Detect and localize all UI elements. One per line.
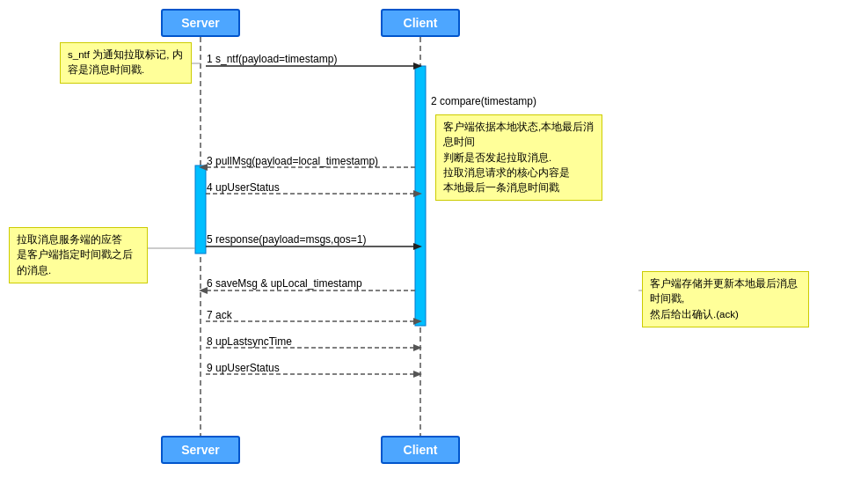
svg-rect-3 bbox=[195, 165, 206, 254]
svg-marker-5 bbox=[413, 63, 422, 70]
msg4-label: 4 upUserStatus bbox=[207, 181, 280, 194]
msg1-label: 1 s_ntf(payload=timestamp) bbox=[207, 53, 337, 65]
svg-marker-17 bbox=[413, 344, 422, 351]
svg-marker-15 bbox=[413, 318, 422, 325]
client-label: Client bbox=[404, 16, 438, 30]
note-sntf: s_ntf 为通知拉取标记, 内容是消息时间戳. bbox=[60, 42, 192, 84]
svg-marker-19 bbox=[413, 371, 422, 378]
msg7-label: 7 ack bbox=[207, 309, 232, 321]
note-savemsg: 客户端存储并更新本地最后消息时间戳,然后给出确认.(ack) bbox=[642, 271, 809, 327]
sequence-diagram: Server Client Server Client s_ntf 为通知拉取标… bbox=[0, 0, 868, 478]
server-top-box: Server bbox=[161, 9, 240, 37]
client-top-box: Client bbox=[381, 9, 460, 37]
note-compare: 客户端依据本地状态,本地最后消息时间判断是否发起拉取消息.拉取消息请求的核心内容… bbox=[435, 114, 602, 201]
server-label: Server bbox=[181, 16, 220, 30]
server-bottom-label: Server bbox=[181, 443, 220, 457]
msg5-label: 5 response(payload=msgs,qos=1) bbox=[207, 233, 366, 246]
client-bottom-box: Client bbox=[381, 436, 460, 464]
svg-rect-2 bbox=[415, 66, 426, 326]
msg3-label: 3 pullMsg(payload=local_timestamp) bbox=[207, 155, 378, 167]
client-bottom-label: Client bbox=[404, 443, 438, 457]
svg-marker-11 bbox=[413, 243, 422, 250]
msg6-label: 6 saveMsg & upLocal_timestamp bbox=[207, 277, 362, 290]
msg8-label: 8 upLastsyncTime bbox=[207, 335, 292, 348]
server-bottom-box: Server bbox=[161, 436, 240, 464]
note-response: 拉取消息服务端的应答是客户端指定时间戳之后的消息. bbox=[9, 227, 148, 283]
msg9-label: 9 upUserStatus bbox=[207, 362, 280, 374]
msg2-label: 2 compare(timestamp) bbox=[431, 95, 536, 107]
svg-marker-9 bbox=[413, 190, 422, 197]
